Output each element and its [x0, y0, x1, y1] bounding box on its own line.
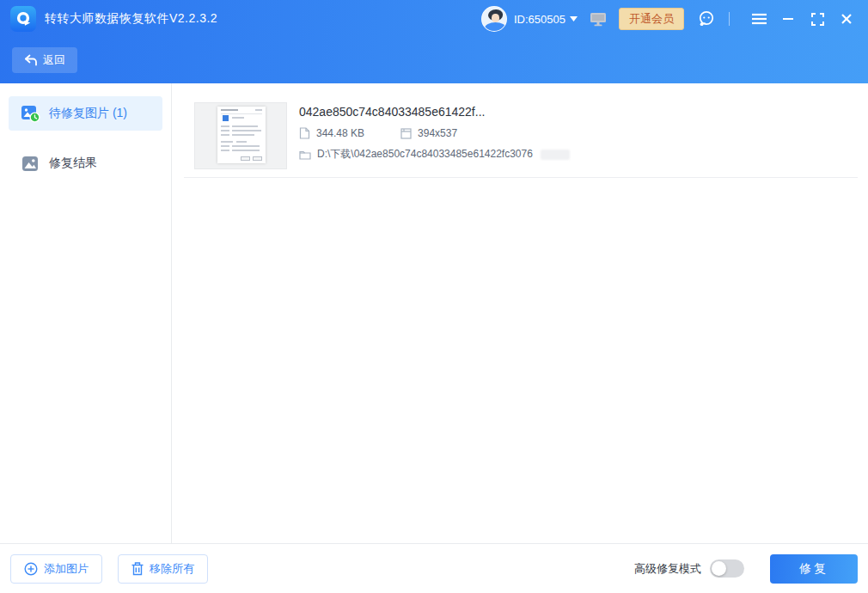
user-id-dropdown[interactable]: ID:650505 — [514, 13, 578, 26]
customer-service-icon[interactable] — [697, 9, 716, 28]
back-button[interactable]: 返回 — [12, 47, 77, 73]
file-info: 042ae850c74c84033485e61422f... 344.48 KB — [299, 102, 570, 162]
footer: 添加图片 移除所有 高级修复模式 修复 — [0, 543, 868, 593]
minimize-icon — [782, 13, 794, 25]
back-button-label: 返回 — [43, 52, 65, 68]
sidebar-item-pending-images[interactable]: 待修复图片 (1) — [9, 96, 162, 131]
avatar-face — [492, 14, 499, 22]
sidebar-item-label: 修复结果 — [49, 156, 97, 171]
remove-all-label: 移除所有 — [150, 561, 194, 577]
add-circle-icon — [24, 562, 38, 576]
vip-upgrade-button[interactable]: 开通会员 — [619, 8, 684, 30]
body: 待修复图片 (1) 修复结果 — [0, 83, 868, 543]
file-thumbnail — [194, 102, 287, 169]
file-size: 344.48 KB — [316, 127, 364, 139]
titlebar-divider — [729, 12, 730, 26]
maximize-button[interactable] — [806, 8, 828, 30]
redacted-text-blur — [541, 150, 570, 160]
file-size-icon — [299, 127, 310, 139]
dropdown-caret-icon — [570, 16, 578, 21]
maximize-icon — [811, 13, 824, 26]
file-name: 042ae850c74c84033485e61422f... — [299, 105, 570, 119]
file-meta-row: 344.48 KB 394x537 — [299, 127, 570, 139]
pending-images-icon — [21, 106, 40, 122]
dimensions-icon — [400, 128, 412, 139]
list-item-divider — [184, 177, 858, 178]
file-path-row: D:\下载\042ae850c74c84033485e61422fc3076 — [299, 147, 570, 162]
main-content: 042ae850c74c84033485e61422f... 344.48 KB — [172, 83, 868, 543]
monitor-icon[interactable] — [590, 11, 607, 27]
close-button[interactable] — [835, 8, 858, 30]
repair-button[interactable]: 修复 — [770, 554, 858, 584]
back-arrow-icon — [24, 54, 38, 66]
advanced-mode-toggle[interactable] — [710, 559, 744, 578]
trash-icon — [131, 562, 144, 576]
folder-icon — [299, 150, 311, 160]
minimize-button[interactable] — [777, 8, 799, 30]
back-row: 返回 — [0, 38, 868, 73]
titlebar: 转转大师数据恢复软件V2.2.3.2 ID:650505 — [0, 0, 868, 38]
add-image-label: 添加图片 — [44, 561, 89, 577]
close-icon — [840, 13, 853, 25]
app-window: 转转大师数据恢复软件V2.2.3.2 ID:650505 — [0, 0, 868, 593]
sidebar-item-repair-results[interactable]: 修复结果 — [9, 146, 162, 180]
add-image-button[interactable]: 添加图片 — [10, 554, 102, 584]
sidebar-item-label: 待修复图片 (1) — [49, 106, 127, 121]
footer-right: 高级修复模式 修复 — [634, 554, 858, 584]
menu-button[interactable] — [748, 8, 770, 30]
toggle-knob — [712, 561, 726, 576]
app-title: 转转大师数据恢复软件V2.2.3.2 — [45, 11, 217, 27]
menu-icon — [752, 13, 767, 25]
avatar-shirt — [485, 22, 506, 32]
file-list-item[interactable]: 042ae850c74c84033485e61422f... 344.48 KB — [184, 102, 858, 169]
advanced-mode-label: 高级修复模式 — [634, 561, 701, 577]
repair-results-icon — [21, 156, 40, 172]
file-dimensions: 394x537 — [418, 127, 457, 139]
user-avatar[interactable] — [481, 6, 507, 32]
thumbnail-dialog-mock — [217, 107, 266, 163]
sidebar: 待修复图片 (1) 修复结果 — [0, 83, 172, 543]
user-id-label: ID:650505 — [514, 13, 565, 26]
file-path: D:\下载\042ae850c74c84033485e61422fc3076 — [317, 147, 533, 162]
app-logo-icon — [10, 6, 36, 32]
titlebar-right: ID:650505 开通会员 — [481, 6, 858, 32]
remove-all-button[interactable]: 移除所有 — [118, 554, 208, 584]
header: 转转大师数据恢复软件V2.2.3.2 ID:650505 — [0, 0, 868, 83]
